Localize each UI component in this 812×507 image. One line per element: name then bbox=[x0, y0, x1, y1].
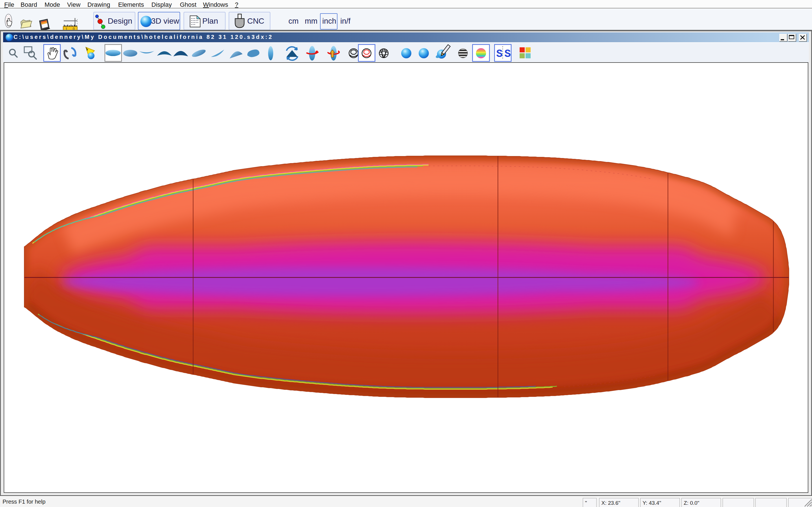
svg-text:S: S bbox=[496, 48, 503, 60]
svg-text:1: 1 bbox=[65, 27, 67, 30]
svg-text:0: 0 bbox=[73, 27, 75, 30]
svg-text:S: S bbox=[504, 48, 511, 60]
